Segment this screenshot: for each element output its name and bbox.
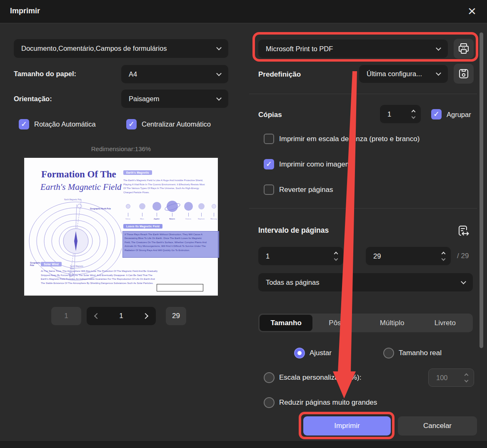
paper-size-select[interactable]: A4 — [121, 65, 228, 83]
custom-scale-input[interactable]: 100 — [428, 368, 474, 387]
pager-last-label: 29 — [172, 312, 180, 320]
stepper-up-icon[interactable] — [334, 251, 338, 256]
reverse-pages-label: Reverter páginas — [279, 186, 333, 194]
copies-label: Cópias — [258, 111, 282, 119]
planet-venus-icon — [126, 204, 130, 209]
range-to-stepper[interactable] — [442, 252, 445, 260]
pager-first-label: 1 — [64, 312, 68, 320]
range-from-input[interactable]: 1 — [258, 247, 343, 265]
tab-multiplo[interactable]: Múltiplo — [366, 315, 419, 331]
range-from-stepper[interactable] — [335, 252, 337, 260]
planet-mercury-icon — [212, 204, 216, 209]
cancel-button[interactable]: Cancelar — [398, 416, 477, 436]
auto-rotate-checkbox[interactable]: ✓ — [19, 119, 29, 129]
planet-label: Mars — [136, 218, 148, 220]
range-separator: - — [351, 251, 353, 260]
range-to-input[interactable]: 29 — [366, 247, 451, 265]
print-preview-page: Formation Of The Earth's Magnetic Field … — [24, 158, 218, 296]
stepper-up-icon[interactable] — [442, 251, 446, 256]
real-size-label: Tamanho real — [399, 349, 442, 357]
stepper-up-icon[interactable] — [465, 373, 469, 377]
preset-select[interactable]: Última configura... — [359, 65, 448, 83]
page-subset-select[interactable]: Todas as páginas — [258, 273, 473, 291]
preset-select-value: Última configura... — [367, 70, 422, 78]
copies-input[interactable]: 1 — [380, 105, 421, 123]
custom-scale-value: 100 — [436, 374, 448, 382]
range-from-value: 1 — [266, 252, 270, 260]
auto-center-checkbox[interactable]: ✓ — [126, 119, 137, 129]
resize-percentage-text: Redimensionar:136% — [14, 145, 228, 152]
tab-livreto[interactable]: Livreto — [419, 315, 472, 331]
preset-label: Predefinição — [258, 70, 301, 79]
print-content-select[interactable]: Documento,Comentário,Campos de formulári… — [14, 39, 228, 58]
preview-paragraph-3: At The Same Time, The Atmosphere Will Al… — [41, 269, 191, 285]
print-button-label: Imprimir — [334, 422, 360, 430]
page-range-options-button[interactable] — [457, 223, 472, 238]
custom-scale-stepper[interactable] — [465, 374, 468, 382]
print-as-image-label: Imprimir como imagem — [279, 160, 351, 169]
stepper-down-icon[interactable] — [334, 256, 338, 261]
printer-icon — [457, 42, 470, 55]
planet-label: Jupiter — [150, 218, 163, 220]
collate-label: Agrupar — [447, 111, 471, 119]
preview-badge-earths-magnetic: Earth's Magnetic — [123, 170, 152, 175]
pager-first-page-button[interactable]: 1 — [51, 307, 81, 325]
stepper-down-icon[interactable] — [442, 256, 446, 261]
save-preset-button[interactable] — [454, 64, 474, 84]
pager-control: 1 — [87, 307, 156, 325]
printer-select[interactable]: Microsoft Print to PDF — [258, 40, 448, 58]
dialog-title: Imprimir — [10, 7, 40, 15]
diagram-label-geo-north: Geographic North Pole — [90, 208, 111, 210]
planet-label: Neptune — [195, 218, 207, 220]
diagram-label-north-magnetic: North Magnetic Pole — [64, 199, 82, 201]
shrink-oversized-radio[interactable] — [264, 397, 275, 408]
planet-neptune-icon — [198, 203, 205, 209]
dialog-titlebar: Imprimir × — [0, 0, 487, 23]
save-icon — [458, 68, 470, 80]
preview-doc-title-line1: Formation Of The — [41, 169, 116, 180]
stepper-up-icon[interactable] — [412, 110, 416, 114]
paper-size-label: Tamanho do papel: — [14, 70, 76, 78]
real-size-radio[interactable] — [383, 348, 394, 358]
stepper-down-icon[interactable] — [465, 378, 469, 382]
custom-scale-radio[interactable] — [264, 372, 275, 383]
scrollbar-thumb[interactable] — [480, 32, 483, 348]
orientation-select[interactable]: Paisagem — [121, 90, 228, 108]
planet-label: Uranus — [182, 218, 195, 220]
grayscale-label: Imprimir em escala de cinza (preto e bra… — [279, 135, 420, 143]
chevron-down-icon — [461, 279, 466, 284]
grayscale-checkbox[interactable] — [264, 134, 274, 144]
close-icon[interactable]: × — [463, 2, 481, 20]
window-bottom-edge — [0, 441, 487, 448]
tab-tamanho[interactable]: Tamanho — [260, 315, 312, 331]
printer-properties-button[interactable] — [454, 39, 474, 59]
preview-paragraph-1: The Earth's Magnetic Field Is Like A Hug… — [123, 179, 213, 194]
copies-stepper[interactable] — [412, 110, 415, 118]
pager-last-page-button[interactable]: 29 — [166, 307, 186, 325]
preview-highlighted-paragraph: If These Rays Reach The Earth Without Ob… — [122, 231, 219, 258]
saturn-ring-icon — [164, 200, 181, 213]
auto-rotate-label: Rotação Automática — [34, 120, 96, 128]
preview-doc-title-line2: Earth's Magnetic Field — [40, 182, 122, 192]
previous-page-icon[interactable] — [94, 313, 100, 319]
stepper-down-icon[interactable] — [412, 114, 416, 119]
custom-scale-label: Escala personalizada (%): — [279, 373, 361, 382]
printer-select-value: Microsoft Print to PDF — [266, 45, 333, 53]
page-subset-value: Todas as páginas — [266, 279, 319, 286]
chevron-down-icon — [436, 70, 441, 76]
chevron-down-icon — [436, 45, 441, 51]
collate-checkbox[interactable]: ✓ — [431, 109, 442, 119]
planet-label: Venus — [122, 218, 134, 220]
fit-radio[interactable] — [294, 348, 305, 358]
chevron-down-icon — [216, 45, 222, 50]
tab-poster[interactable]: Pôster — [312, 315, 365, 331]
next-page-icon[interactable] — [142, 313, 148, 319]
print-as-image-checkbox[interactable]: ✓ — [264, 159, 274, 169]
print-button[interactable]: Imprimir — [303, 416, 391, 436]
reverse-pages-checkbox[interactable] — [264, 184, 274, 195]
preview-form-field — [157, 284, 203, 291]
chevron-down-icon — [216, 71, 222, 76]
preview-badge-loses-field: Loses Its Magnetic Field — [123, 224, 162, 229]
planet-uranus-icon — [184, 202, 193, 211]
planet-mars-icon — [139, 203, 145, 209]
